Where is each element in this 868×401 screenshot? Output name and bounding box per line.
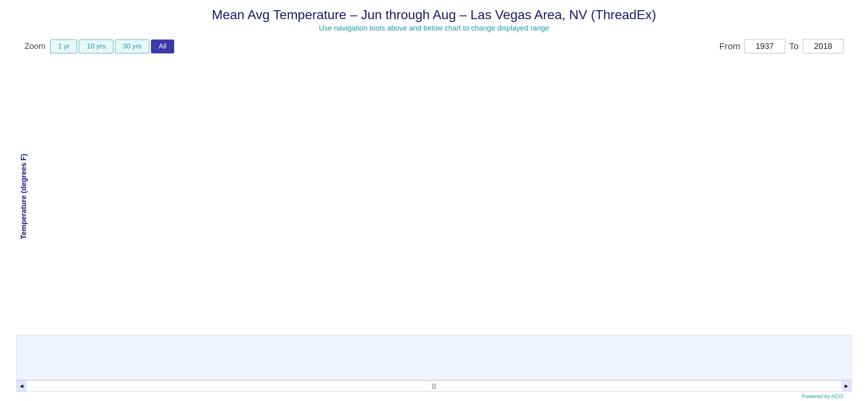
svg-point-45 bbox=[117, 208, 120, 211]
to-label: To bbox=[789, 41, 799, 52]
svg-point-44 bbox=[107, 235, 110, 238]
zoom-all-button[interactable]: All bbox=[151, 40, 174, 53]
svg-point-84 bbox=[502, 228, 505, 231]
svg-point-68 bbox=[344, 211, 347, 214]
svg-text:1962: 1962 bbox=[279, 322, 293, 329]
svg-point-65 bbox=[314, 185, 317, 188]
svg-point-38 bbox=[48, 211, 51, 214]
svg-text:1954: 1954 bbox=[200, 322, 214, 329]
svg-text:92.5: 92.5 bbox=[31, 101, 37, 108]
page: Mean Avg Temperature – Jun through Aug –… bbox=[0, 0, 868, 401]
svg-point-73 bbox=[394, 170, 396, 173]
svg-text:1946: 1946 bbox=[121, 322, 135, 329]
to-input[interactable] bbox=[803, 39, 844, 53]
svg-point-111 bbox=[769, 120, 772, 123]
range-controls: From To bbox=[719, 39, 844, 53]
svg-point-85 bbox=[512, 209, 515, 212]
svg-text:80: 80 bbox=[31, 315, 37, 322]
svg-point-98 bbox=[640, 189, 643, 192]
svg-point-56 bbox=[226, 201, 228, 204]
svg-point-86 bbox=[522, 208, 525, 211]
scroll-track: ||| bbox=[27, 383, 841, 389]
scroll-left-button[interactable]: ◄ bbox=[17, 381, 27, 391]
svg-point-37 bbox=[38, 215, 41, 218]
svg-point-110 bbox=[759, 129, 762, 132]
bottom-bar: ◄ ||| ► bbox=[16, 380, 852, 392]
svg-point-89 bbox=[551, 165, 554, 168]
svg-point-100 bbox=[660, 167, 663, 170]
svg-point-88 bbox=[542, 150, 545, 152]
svg-point-46 bbox=[127, 180, 130, 183]
svg-point-72 bbox=[383, 170, 386, 173]
svg-text:1978: 1978 bbox=[437, 322, 451, 329]
svg-point-109 bbox=[749, 137, 752, 140]
svg-point-67 bbox=[334, 184, 337, 187]
svg-point-103 bbox=[690, 141, 693, 144]
svg-point-77 bbox=[433, 235, 436, 238]
svg-point-50 bbox=[166, 213, 169, 216]
scroll-right-button[interactable]: ► bbox=[841, 381, 851, 391]
zoom-10yr-button[interactable]: 10 yrs bbox=[79, 40, 113, 53]
svg-text:85: 85 bbox=[31, 229, 37, 236]
svg-point-112 bbox=[779, 126, 782, 128]
svg-point-71 bbox=[374, 180, 376, 183]
svg-point-79 bbox=[453, 151, 456, 154]
svg-point-92 bbox=[581, 192, 584, 195]
svg-text:87.5: 87.5 bbox=[31, 187, 37, 194]
main-chart-svg: 8082.58587.59092.59519381946195419621970… bbox=[31, 57, 852, 335]
svg-point-49 bbox=[156, 213, 159, 216]
svg-point-40 bbox=[67, 206, 70, 209]
svg-point-114 bbox=[799, 153, 802, 156]
chart-title: Mean Avg Temperature – Jun through Aug –… bbox=[0, 7, 868, 22]
svg-point-99 bbox=[650, 192, 653, 195]
svg-point-83 bbox=[492, 187, 495, 190]
svg-text:1994: 1994 bbox=[596, 322, 609, 329]
svg-point-61 bbox=[275, 167, 278, 170]
y-axis-label: Temperature (degrees F) bbox=[16, 57, 31, 335]
svg-point-116 bbox=[818, 98, 821, 101]
svg-point-107 bbox=[729, 103, 732, 106]
svg-point-76 bbox=[423, 170, 426, 173]
svg-point-53 bbox=[196, 204, 199, 207]
svg-point-48 bbox=[146, 213, 149, 216]
chart-area: Temperature (degrees F) 8082.58587.59092… bbox=[0, 57, 868, 335]
chart-svg-container: 8082.58587.59092.59519381946195419621970… bbox=[31, 57, 852, 335]
svg-text:1960: 1960 bbox=[250, 372, 262, 379]
controls-bar: Zoom 1 yr 10 yrs 30 yrs All From To bbox=[0, 35, 868, 57]
svg-point-52 bbox=[186, 206, 189, 209]
svg-text:90: 90 bbox=[31, 144, 37, 151]
svg-point-82 bbox=[483, 160, 485, 163]
svg-point-60 bbox=[265, 163, 268, 166]
svg-point-80 bbox=[463, 185, 465, 188]
svg-point-43 bbox=[97, 209, 100, 212]
svg-point-118 bbox=[838, 86, 841, 89]
zoom-1yr-button[interactable]: 1 yr bbox=[50, 40, 77, 53]
navigator[interactable]: 1940196019802000 bbox=[16, 335, 852, 380]
svg-point-63 bbox=[294, 206, 297, 209]
zoom-30yr-button[interactable]: 30 yrs bbox=[115, 40, 149, 53]
svg-text:95: 95 bbox=[31, 58, 37, 65]
svg-point-54 bbox=[206, 228, 208, 231]
from-label: From bbox=[719, 41, 740, 52]
svg-point-113 bbox=[788, 132, 791, 135]
svg-point-55 bbox=[216, 198, 219, 200]
svg-point-78 bbox=[443, 141, 446, 144]
chart-header: Mean Avg Temperature – Jun through Aug –… bbox=[0, 0, 868, 35]
svg-point-39 bbox=[58, 180, 60, 183]
svg-point-70 bbox=[364, 184, 367, 187]
svg-point-62 bbox=[285, 198, 288, 200]
svg-point-108 bbox=[739, 143, 742, 145]
from-input[interactable] bbox=[744, 39, 785, 53]
svg-point-41 bbox=[77, 266, 80, 269]
svg-point-42 bbox=[87, 194, 90, 197]
svg-point-97 bbox=[631, 160, 633, 163]
svg-point-87 bbox=[532, 132, 535, 135]
chart-inner: 8082.58587.59092.59519381946195419621970… bbox=[31, 57, 852, 335]
svg-point-102 bbox=[680, 137, 683, 140]
svg-point-90 bbox=[561, 168, 564, 171]
svg-text:2002: 2002 bbox=[675, 322, 688, 329]
svg-point-104 bbox=[700, 187, 702, 190]
svg-text:82.5: 82.5 bbox=[31, 273, 37, 280]
svg-point-95 bbox=[611, 141, 613, 144]
svg-point-51 bbox=[176, 211, 179, 214]
